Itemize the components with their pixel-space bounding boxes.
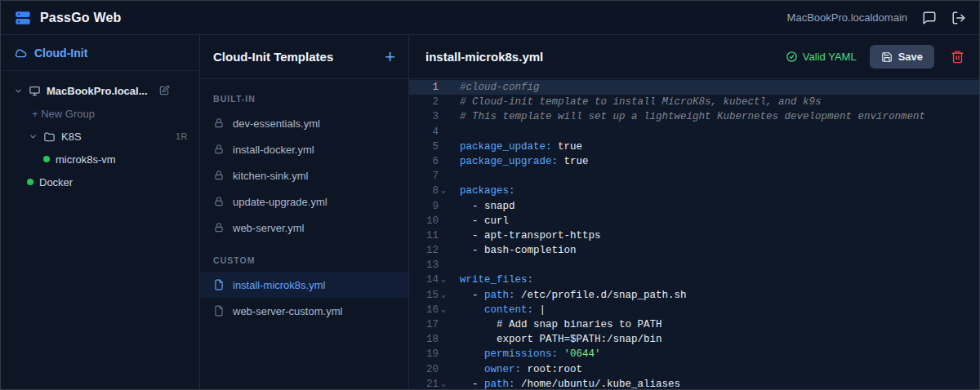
fold-spacer	[441, 362, 452, 377]
template-item[interactable]: update-upgrade.yml	[200, 188, 408, 215]
code-line[interactable]: 13	[409, 258, 979, 273]
fold-chevron-icon[interactable]: ⌄	[441, 288, 452, 303]
check-circle-icon	[786, 51, 798, 63]
editor-code[interactable]: 1#cloud-config2# Cloud-init template to …	[409, 79, 979, 389]
fold-spacer	[441, 125, 452, 140]
fold-chevron-icon[interactable]: ⌄	[441, 184, 452, 198]
app-logo-icon	[14, 9, 32, 27]
line-gutter: 5	[409, 140, 452, 154]
fold-spacer	[441, 80, 452, 95]
save-button[interactable]: Save	[870, 45, 934, 69]
line-number: 1	[409, 80, 441, 95]
fold-spacer	[441, 317, 452, 332]
code-line[interactable]: 10 - curl	[409, 214, 979, 228]
code-line[interactable]: 14⌄write_files:	[409, 273, 979, 287]
code-line[interactable]: 17 # Add snap binaries to PATH	[409, 317, 979, 332]
fold-chevron-icon[interactable]: ⌄	[441, 303, 452, 317]
code-text	[452, 169, 460, 184]
code-line[interactable]: 12 - bash-completion	[409, 243, 979, 258]
template-item-label: update-upgrade.yml	[233, 196, 327, 208]
code-text: permissions: '0644'	[452, 347, 601, 361]
yaml-status-badge: Valid YAML	[786, 51, 857, 63]
edit-icon[interactable]	[158, 85, 170, 96]
code-line[interactable]: 5package_update: true	[409, 140, 979, 154]
line-number: 14	[409, 273, 441, 287]
line-gutter: 19	[409, 347, 452, 361]
tree-item-microk8s-vm[interactable]: microk8s-vm	[1, 148, 199, 171]
code-line[interactable]: 20 owner: root:root	[409, 362, 979, 377]
template-item[interactable]: install-docker.yml	[200, 136, 408, 162]
template-item[interactable]: install-microk8s.yml	[200, 272, 408, 298]
line-number: 21	[409, 377, 441, 389]
code-text: # Add snap binaries to PATH	[452, 317, 662, 332]
line-number: 9	[409, 199, 441, 214]
code-line[interactable]: 2# Cloud-init template to install MicroK…	[409, 95, 979, 109]
chevron-down-icon[interactable]	[29, 132, 38, 141]
hostname-label: MacBookPro.localdomain	[787, 11, 907, 24]
editor-panel: install-microk8s.yml Valid YAML Save 1#c	[409, 35, 979, 389]
code-line[interactable]: 18 export PATH=$PATH:/snap/bin	[409, 332, 979, 347]
code-text: #cloud-config	[452, 80, 540, 95]
code-line[interactable]: 4	[409, 125, 979, 140]
template-item-label: dev-essentials.yml	[233, 117, 320, 130]
code-line[interactable]: 21⌄ - path: /home/ubuntu/.kube_aliases	[409, 377, 979, 389]
code-line[interactable]: 8⌄packages:	[409, 184, 979, 198]
line-gutter: 21⌄	[409, 377, 452, 389]
code-line[interactable]: 19 permissions: '0644'	[409, 347, 979, 361]
code-line[interactable]: 3# This template will set up a lightweig…	[409, 109, 979, 124]
code-line[interactable]: 1#cloud-config	[409, 80, 979, 95]
code-line[interactable]: 16⌄ content: |	[409, 303, 979, 317]
code-text: - apt-transport-https	[452, 228, 601, 243]
line-number: 4	[409, 125, 441, 140]
monitor-icon	[29, 85, 41, 97]
fold-spacer	[441, 169, 452, 184]
tree-item-label: MacBookPro.local...	[47, 85, 148, 97]
line-gutter: 10	[409, 214, 452, 228]
line-number: 10	[409, 214, 441, 228]
line-gutter: 16⌄	[409, 303, 452, 317]
fold-spacer	[441, 228, 452, 243]
line-number: 5	[409, 140, 441, 154]
file-icon	[213, 305, 225, 317]
sidebar: Cloud-Init MacBookPro.local... + New Gro…	[1, 35, 200, 389]
delete-template-icon[interactable]	[947, 47, 968, 67]
template-sections: BUILT-INdev-essentials.ymlinstall-docker…	[200, 79, 408, 324]
editor-filename: install-microk8s.yml	[425, 50, 543, 64]
fold-chevron-icon[interactable]: ⌄	[441, 273, 452, 287]
add-template-button[interactable]: +	[385, 48, 395, 66]
code-line[interactable]: 9 - snapd	[409, 199, 979, 214]
template-item[interactable]: web-server-custom.yml	[200, 298, 408, 324]
chevron-down-icon[interactable]	[14, 86, 23, 95]
new-group-label: + New Group	[32, 108, 95, 120]
template-item[interactable]: kitchen-sink.yml	[200, 162, 408, 188]
host-tree: MacBookPro.local... + New Group K8S 1R m…	[1, 71, 199, 202]
tree-item-k8s-group[interactable]: K8S 1R	[1, 125, 199, 148]
template-item[interactable]: dev-essentials.yml	[200, 110, 408, 136]
line-number: 20	[409, 362, 441, 377]
lock-icon	[213, 170, 225, 181]
line-number: 12	[409, 243, 441, 258]
status-dot-online	[43, 156, 50, 162]
template-item[interactable]: web-server.yml	[200, 215, 408, 241]
sidebar-item-cloud-init[interactable]: Cloud-Init	[1, 35, 199, 71]
code-text: package_upgrade: true	[452, 154, 589, 169]
code-line[interactable]: 6package_upgrade: true	[409, 154, 979, 169]
tree-item-docker[interactable]: Docker	[1, 171, 199, 193]
logout-icon[interactable]	[951, 11, 966, 25]
code-line[interactable]: 11 - apt-transport-https	[409, 228, 979, 243]
topbar: PassGo Web MacBookPro.localdomain	[1, 1, 979, 35]
save-button-label: Save	[898, 51, 923, 63]
line-gutter: 2	[409, 95, 452, 109]
tree-item-host[interactable]: MacBookPro.local...	[1, 79, 199, 102]
code-line[interactable]: 7	[409, 169, 979, 184]
section-label: CUSTOM	[200, 241, 408, 272]
code-text: export PATH=$PATH:/snap/bin	[452, 332, 662, 347]
line-gutter: 9	[409, 199, 452, 214]
fold-chevron-icon[interactable]: ⌄	[441, 377, 452, 389]
group-badge: 1R	[176, 131, 188, 141]
code-line[interactable]: 15⌄ - path: /etc/profile.d/snap_path.sh	[409, 288, 979, 303]
chat-icon[interactable]	[922, 11, 937, 25]
code-text: # This template will set up a lightweigh…	[452, 109, 925, 124]
tree-item-new-group[interactable]: + New Group	[1, 102, 199, 125]
code-text: - curl	[452, 214, 509, 228]
